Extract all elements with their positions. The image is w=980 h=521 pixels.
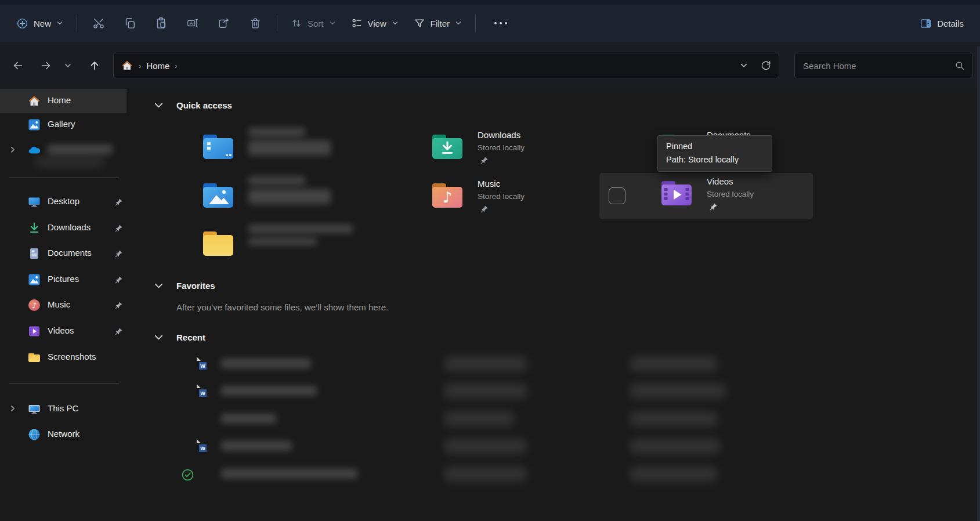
recent-file-row[interactable] [127, 462, 939, 489]
recent-file-row[interactable]: W [127, 352, 939, 379]
redacted-file-detail [630, 466, 717, 482]
sidebar-item-onedrive[interactable] [0, 138, 126, 162]
sort-icon [291, 17, 302, 29]
window-top-strip [0, 0, 980, 5]
more-button[interactable] [482, 16, 519, 30]
address-dropdown-icon[interactable] [739, 61, 748, 70]
back-button[interactable] [7, 56, 29, 75]
redacted-file-name [221, 469, 357, 479]
navigation-bar: › Home › [0, 42, 980, 89]
address-bar[interactable]: › Home › [113, 53, 779, 78]
sort-button[interactable]: Sort [284, 12, 343, 34]
view-button[interactable]: View [344, 12, 406, 34]
delete-button[interactable] [240, 11, 270, 35]
collapse-chevron-icon[interactable] [153, 280, 164, 291]
onedrive-cloud-icon [27, 143, 41, 157]
filter-button[interactable]: Filter [407, 12, 469, 34]
redacted-tile-subtitle [248, 238, 317, 245]
collapse-chevron-icon[interactable] [153, 332, 164, 343]
sidebar-item-gallery[interactable]: Gallery [0, 113, 126, 137]
view-icon [351, 17, 363, 29]
quick-access-tile[interactable] [202, 125, 422, 175]
pin-icon [114, 327, 123, 336]
new-button[interactable]: New [9, 12, 70, 35]
redacted-tile-title [248, 225, 353, 233]
redacted-file-name [221, 441, 292, 451]
recent-locations-button[interactable] [59, 56, 77, 75]
pictures-icon [27, 273, 41, 287]
content-pane: Quick access [127, 88, 980, 521]
sidebar-item-this-pc[interactable]: This PC [0, 397, 126, 421]
rename-button[interactable]: A [178, 11, 208, 35]
pin-icon [114, 301, 123, 310]
sidebar-item-home[interactable]: Home [0, 89, 126, 113]
sidebar-item-pictures[interactable]: Pictures [0, 267, 126, 292]
search-input[interactable] [802, 60, 954, 71]
breadcrumb-home[interactable]: Home [146, 61, 169, 71]
details-button[interactable]: Details [913, 12, 971, 35]
up-button[interactable] [84, 56, 106, 75]
delete-icon [249, 17, 262, 30]
this-pc-icon [27, 402, 41, 416]
sidebar-item-desktop[interactable]: Desktop [0, 190, 126, 214]
expand-chevron-icon[interactable] [9, 404, 17, 413]
redacted-file-detail [444, 411, 514, 426]
refresh-icon[interactable] [760, 60, 772, 71]
network-globe-icon [27, 428, 41, 442]
share-icon [218, 17, 230, 30]
sidebar-item-videos[interactable]: Videos [0, 319, 126, 343]
section-title-favorites[interactable]: Favorites [176, 281, 215, 291]
quick-access-tile-downloads[interactable]: Downloads Stored locally [431, 125, 652, 175]
forward-button[interactable] [35, 56, 57, 75]
filter-icon [414, 17, 425, 29]
paste-icon [155, 17, 168, 30]
tile-subtitle: Stored locally [478, 192, 525, 201]
quick-access-tile[interactable] [202, 174, 422, 224]
sidebar-item-screenshots[interactable]: Screenshots [0, 345, 126, 370]
pin-icon [480, 205, 489, 214]
recent-file-row[interactable] [127, 407, 939, 434]
redacted-file-detail [444, 439, 527, 454]
quick-access-tile[interactable] [202, 222, 422, 272]
redacted-file-name [221, 414, 276, 424]
copy-button[interactable] [115, 11, 145, 35]
view-button-label: View [368, 19, 386, 28]
selection-checkbox[interactable] [609, 187, 625, 204]
download-arrow-icon [27, 221, 41, 235]
section-title-quick-access[interactable]: Quick access [176, 100, 232, 110]
tile-title: Videos [707, 176, 733, 186]
toolbar-separator [77, 15, 77, 32]
sidebar-item-label: Desktop [48, 196, 79, 206]
expand-chevron-icon[interactable] [9, 146, 17, 154]
chevron-down-icon [56, 20, 63, 27]
share-button[interactable] [209, 11, 239, 35]
redacted-file-detail [630, 411, 717, 426]
details-button-label: Details [937, 19, 964, 28]
sidebar-item-label: Gallery [48, 119, 75, 129]
home-icon [27, 94, 41, 108]
redacted-file-detail [444, 356, 527, 371]
tile-subtitle: Stored locally [478, 143, 525, 152]
recent-file-row[interactable]: W [127, 379, 939, 406]
recent-file-row[interactable]: W [127, 434, 939, 461]
redacted-file-name [221, 359, 311, 368]
search-box[interactable] [794, 53, 973, 78]
sidebar-item-label: Home [48, 95, 71, 105]
videos-folder-icon [660, 180, 693, 207]
redacted-tile-subtitle [248, 140, 331, 155]
sidebar-item-music[interactable]: ♪ Music [0, 293, 126, 317]
section-title-recent[interactable]: Recent [176, 332, 205, 342]
pictures-folder-icon [202, 182, 234, 209]
tile-title: Music [478, 179, 500, 189]
sidebar-item-network[interactable]: Network [0, 422, 126, 447]
redacted-account-name [48, 144, 113, 154]
collapse-chevron-icon[interactable] [153, 100, 164, 111]
cut-button[interactable] [84, 11, 114, 35]
quick-access-tile-videos[interactable]: Videos Stored locally [599, 173, 813, 219]
search-icon[interactable] [954, 60, 965, 71]
yellow-folder-icon [202, 230, 234, 257]
sidebar-item-documents[interactable]: Documents [0, 241, 126, 266]
sidebar-item-downloads[interactable]: Downloads [0, 216, 126, 240]
paste-button[interactable] [146, 11, 176, 35]
downloads-folder-icon [431, 133, 464, 160]
